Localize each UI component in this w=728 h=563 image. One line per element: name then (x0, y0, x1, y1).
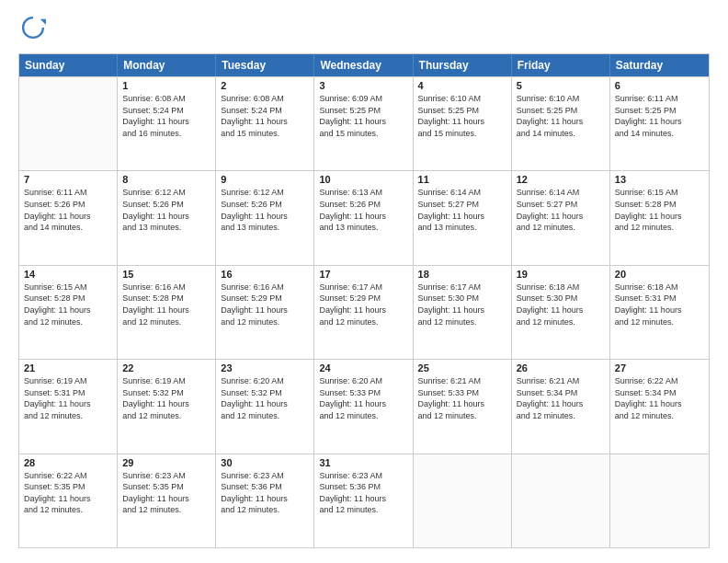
day-number: 29 (122, 457, 210, 468)
day-info: Sunrise: 6:23 AM Sunset: 5:36 PM Dayligh… (319, 470, 407, 516)
day-info: Sunrise: 6:15 AM Sunset: 5:28 PM Dayligh… (615, 187, 704, 233)
day-info: Sunrise: 6:14 AM Sunset: 5:27 PM Dayligh… (418, 187, 506, 233)
calendar-cell: 22Sunrise: 6:19 AM Sunset: 5:32 PM Dayli… (118, 360, 216, 453)
day-number: 27 (615, 362, 704, 373)
day-info: Sunrise: 6:08 AM Sunset: 5:24 PM Dayligh… (122, 93, 210, 139)
day-number: 7 (24, 174, 112, 185)
calendar-cell: 29Sunrise: 6:23 AM Sunset: 5:35 PM Dayli… (118, 454, 216, 547)
day-number: 30 (221, 457, 309, 468)
calendar-cell: 31Sunrise: 6:23 AM Sunset: 5:36 PM Dayli… (314, 454, 413, 547)
header-cell-monday: Monday (118, 54, 216, 76)
day-info: Sunrise: 6:23 AM Sunset: 5:35 PM Dayligh… (122, 470, 210, 516)
calendar-cell: 5Sunrise: 6:10 AM Sunset: 5:25 PM Daylig… (512, 77, 610, 170)
day-info: Sunrise: 6:14 AM Sunset: 5:27 PM Dayligh… (517, 187, 605, 233)
header (18, 15, 710, 44)
calendar-week-4: 21Sunrise: 6:19 AM Sunset: 5:31 PM Dayli… (19, 359, 709, 453)
day-number: 15 (122, 269, 210, 280)
calendar-cell: 17Sunrise: 6:17 AM Sunset: 5:29 PM Dayli… (314, 266, 413, 359)
calendar-cell: 28Sunrise: 6:22 AM Sunset: 5:35 PM Dayli… (19, 454, 118, 547)
calendar-cell (414, 454, 512, 547)
calendar-cell: 10Sunrise: 6:13 AM Sunset: 5:26 PM Dayli… (314, 171, 413, 264)
calendar-cell: 14Sunrise: 6:15 AM Sunset: 5:28 PM Dayli… (19, 266, 118, 359)
day-number: 5 (517, 80, 605, 91)
day-number: 1 (122, 80, 210, 91)
day-info: Sunrise: 6:15 AM Sunset: 5:28 PM Dayligh… (24, 282, 112, 327)
day-number: 24 (319, 362, 407, 373)
day-number: 16 (221, 269, 309, 280)
calendar-cell: 16Sunrise: 6:16 AM Sunset: 5:29 PM Dayli… (216, 266, 314, 359)
day-number: 8 (122, 174, 210, 185)
calendar-cell: 26Sunrise: 6:21 AM Sunset: 5:34 PM Dayli… (512, 360, 610, 453)
header-cell-saturday: Saturday (610, 54, 709, 76)
calendar-cell: 20Sunrise: 6:18 AM Sunset: 5:31 PM Dayli… (610, 266, 709, 359)
calendar-header: SundayMondayTuesdayWednesdayThursdayFrid… (19, 54, 709, 76)
day-info: Sunrise: 6:10 AM Sunset: 5:25 PM Dayligh… (418, 93, 506, 139)
calendar-cell: 9Sunrise: 6:12 AM Sunset: 5:26 PM Daylig… (216, 171, 314, 264)
calendar-cell: 13Sunrise: 6:15 AM Sunset: 5:28 PM Dayli… (610, 171, 709, 264)
calendar-cell (512, 454, 610, 547)
calendar: SundayMondayTuesdayWednesdayThursdayFrid… (18, 53, 710, 548)
calendar-cell (19, 77, 118, 170)
day-number: 12 (517, 174, 605, 185)
calendar-cell: 30Sunrise: 6:23 AM Sunset: 5:36 PM Dayli… (216, 454, 314, 547)
header-cell-thursday: Thursday (414, 54, 512, 76)
calendar-cell: 24Sunrise: 6:20 AM Sunset: 5:33 PM Dayli… (314, 360, 413, 453)
day-info: Sunrise: 6:18 AM Sunset: 5:30 PM Dayligh… (517, 282, 605, 327)
svg-marker-0 (40, 19, 46, 25)
day-info: Sunrise: 6:12 AM Sunset: 5:26 PM Dayligh… (221, 187, 309, 233)
calendar-cell: 27Sunrise: 6:22 AM Sunset: 5:34 PM Dayli… (610, 360, 709, 453)
calendar-cell: 1Sunrise: 6:08 AM Sunset: 5:24 PM Daylig… (118, 77, 216, 170)
calendar-cell: 8Sunrise: 6:12 AM Sunset: 5:26 PM Daylig… (118, 171, 216, 264)
calendar-cell: 25Sunrise: 6:21 AM Sunset: 5:33 PM Dayli… (414, 360, 512, 453)
calendar-week-5: 28Sunrise: 6:22 AM Sunset: 5:35 PM Dayli… (19, 454, 709, 547)
day-number: 17 (319, 269, 407, 280)
day-info: Sunrise: 6:18 AM Sunset: 5:31 PM Dayligh… (615, 282, 704, 327)
page: SundayMondayTuesdayWednesdayThursdayFrid… (0, 0, 728, 563)
calendar-cell (610, 454, 709, 547)
header-cell-friday: Friday (512, 54, 610, 76)
logo-icon (20, 15, 46, 40)
day-number: 20 (615, 269, 704, 280)
day-number: 28 (24, 457, 112, 468)
day-info: Sunrise: 6:16 AM Sunset: 5:28 PM Dayligh… (122, 282, 210, 327)
day-number: 3 (319, 80, 407, 91)
header-cell-sunday: Sunday (19, 54, 118, 76)
day-info: Sunrise: 6:21 AM Sunset: 5:34 PM Dayligh… (517, 375, 605, 421)
calendar-cell: 7Sunrise: 6:11 AM Sunset: 5:26 PM Daylig… (19, 171, 118, 264)
calendar-week-1: 1Sunrise: 6:08 AM Sunset: 5:24 PM Daylig… (19, 76, 709, 170)
day-info: Sunrise: 6:19 AM Sunset: 5:32 PM Dayligh… (122, 375, 210, 421)
day-info: Sunrise: 6:22 AM Sunset: 5:35 PM Dayligh… (24, 470, 112, 516)
day-number: 22 (122, 362, 210, 373)
calendar-cell: 4Sunrise: 6:10 AM Sunset: 5:25 PM Daylig… (414, 77, 512, 170)
day-info: Sunrise: 6:20 AM Sunset: 5:32 PM Dayligh… (221, 375, 309, 421)
calendar-body: 1Sunrise: 6:08 AM Sunset: 5:24 PM Daylig… (19, 76, 709, 547)
day-number: 13 (615, 174, 704, 185)
day-info: Sunrise: 6:22 AM Sunset: 5:34 PM Dayligh… (615, 375, 704, 421)
calendar-week-2: 7Sunrise: 6:11 AM Sunset: 5:26 PM Daylig… (19, 170, 709, 264)
calendar-cell: 6Sunrise: 6:11 AM Sunset: 5:25 PM Daylig… (610, 77, 709, 170)
calendar-week-3: 14Sunrise: 6:15 AM Sunset: 5:28 PM Dayli… (19, 265, 709, 359)
day-number: 2 (221, 80, 309, 91)
header-cell-wednesday: Wednesday (314, 54, 413, 76)
day-info: Sunrise: 6:23 AM Sunset: 5:36 PM Dayligh… (221, 470, 309, 516)
header-cell-tuesday: Tuesday (216, 54, 314, 76)
day-number: 25 (418, 362, 506, 373)
day-info: Sunrise: 6:16 AM Sunset: 5:29 PM Dayligh… (221, 282, 309, 327)
calendar-cell: 12Sunrise: 6:14 AM Sunset: 5:27 PM Dayli… (512, 171, 610, 264)
day-info: Sunrise: 6:13 AM Sunset: 5:26 PM Dayligh… (319, 187, 407, 233)
day-info: Sunrise: 6:21 AM Sunset: 5:33 PM Dayligh… (418, 375, 506, 421)
day-number: 19 (517, 269, 605, 280)
calendar-cell: 2Sunrise: 6:08 AM Sunset: 5:24 PM Daylig… (216, 77, 314, 170)
calendar-cell: 18Sunrise: 6:17 AM Sunset: 5:30 PM Dayli… (414, 266, 512, 359)
day-info: Sunrise: 6:11 AM Sunset: 5:26 PM Dayligh… (24, 187, 112, 233)
logo (18, 15, 50, 44)
calendar-cell: 15Sunrise: 6:16 AM Sunset: 5:28 PM Dayli… (118, 266, 216, 359)
day-info: Sunrise: 6:17 AM Sunset: 5:30 PM Dayligh… (418, 282, 506, 327)
day-info: Sunrise: 6:19 AM Sunset: 5:31 PM Dayligh… (24, 375, 112, 421)
day-info: Sunrise: 6:12 AM Sunset: 5:26 PM Dayligh… (122, 187, 210, 233)
day-number: 31 (319, 457, 407, 468)
day-number: 23 (221, 362, 309, 373)
calendar-cell: 21Sunrise: 6:19 AM Sunset: 5:31 PM Dayli… (19, 360, 118, 453)
day-info: Sunrise: 6:17 AM Sunset: 5:29 PM Dayligh… (319, 282, 407, 327)
day-info: Sunrise: 6:11 AM Sunset: 5:25 PM Dayligh… (615, 93, 704, 139)
